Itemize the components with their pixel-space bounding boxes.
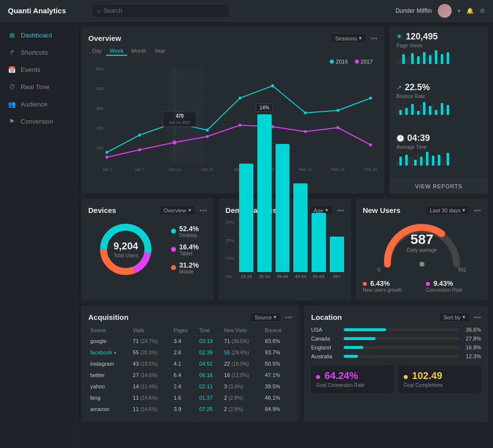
notifications-icon[interactable]: 🔔 [466, 7, 474, 14]
dropdown-arrow[interactable]: ▾ [114, 350, 116, 355]
topbar: Quanti Analytics ⌕ Dunder Mifflin ▾ 🔔 ⚙ [0, 0, 493, 22]
mini-bar [411, 104, 414, 115]
events-icon: 📅 [8, 66, 16, 73]
sidebar-item-dashboard[interactable]: ⊞ Dashboard [0, 27, 76, 44]
mini-bar [438, 107, 440, 115]
svg-point-20 [369, 97, 372, 100]
demo-menu-icon[interactable]: ••• [337, 207, 344, 214]
cell-bounce: 39.5% [263, 381, 292, 392]
loc-pct-label: 12.3% [463, 353, 481, 359]
gauge-center: 587 Daily average [407, 232, 437, 253]
legend-mobile: 31.2% Mobile [171, 261, 199, 275]
svg-point-26 [271, 125, 274, 128]
view-reports-button[interactable]: VIEW REPORTS [389, 179, 488, 194]
gcr-header: 64.24% [316, 370, 389, 381]
svg-text:Jan 7: Jan 7 [135, 167, 145, 172]
loc-menu-icon[interactable]: ••• [474, 313, 481, 321]
svg-point-16 [239, 97, 242, 100]
stat-pv-header: 👁 120,495 [396, 32, 481, 42]
cell-visits: 43 (18.5%) [131, 358, 172, 370]
search-input[interactable] [104, 7, 224, 14]
svg-text:Jan 14, 2017: Jan 14, 2017 [169, 120, 191, 125]
donut-legend: 52.4% Desktop 16.4% Tablet [171, 225, 199, 275]
sessions-dropdown[interactable]: Sessions ▾ [331, 34, 367, 43]
stat-br-header: ↗ 22.5% [396, 82, 481, 93]
svg-point-29 [369, 143, 372, 146]
acq-dropdown[interactable]: Source ▾ [250, 312, 281, 322]
mini-bar [435, 161, 437, 166]
table-row: facebook ▾55 (20.3%)2.602:3955 (29.4%)93… [88, 347, 292, 358]
svg-text:100: 100 [96, 145, 103, 150]
loc-dropdown[interactable]: Sort by ▾ [439, 312, 470, 322]
cell-pages: 2.4 [172, 381, 197, 392]
devices-menu-icon[interactable]: ••• [200, 207, 207, 214]
donut-value: 9,204 [113, 241, 138, 252]
sidebar-item-audience[interactable]: 👥 Audience [0, 96, 76, 113]
demo-bar-label: 25-34 [259, 274, 270, 279]
sidebar-item-events[interactable]: 📅 Events [0, 61, 76, 78]
svg-text:Jan 14: Jan 14 [168, 167, 181, 172]
gauge-value: 587 [407, 232, 437, 247]
svg-point-28 [337, 126, 340, 129]
mini-bar [447, 105, 449, 115]
loc-header: Location Sort by ▾ ••• [311, 312, 481, 322]
mini-bar [396, 107, 399, 115]
loc-title: Location [311, 313, 439, 321]
mini-bar [399, 157, 402, 166]
avatar[interactable] [438, 4, 452, 18]
nu-header: New Users Last 30 days ▾ ••• [363, 206, 481, 215]
stat-page-views: 👁 120,495 Page Views [389, 27, 488, 77]
devices-dropdown[interactable]: Overview ▾ [159, 206, 196, 215]
sidebar-item-conversion[interactable]: ⚑ Conversion [0, 113, 76, 130]
nu-label-0: New users growth [363, 287, 418, 293]
mini-bar [429, 158, 431, 166]
mobile-label: Mobile [179, 269, 199, 275]
nu-menu-icon[interactable]: ••• [474, 207, 481, 214]
cell-pages: 2.6 [172, 347, 197, 358]
app-body: ⊞ Dashboard ↱ Shortcuts 📅 Events ⏱ Real … [0, 22, 493, 448]
desktop-label: Desktop [179, 233, 199, 238]
nu-dropdown[interactable]: Last 30 days ▾ [425, 206, 470, 215]
mini-bar [417, 154, 420, 166]
bounce-icon: ↗ [396, 84, 402, 91]
cell-pages: 1.6 [172, 392, 197, 404]
app-logo: Quanti Analytics [8, 6, 82, 15]
tab-day[interactable]: Day [88, 47, 106, 56]
desktop-pct: 52.4% [179, 225, 199, 233]
nu-metric-1: 9.43% Conversion Rate [426, 279, 481, 293]
dropdown-arrow-icon[interactable]: ▾ [458, 7, 460, 14]
col-bounce: Bounce [263, 326, 292, 336]
tab-year[interactable]: Year [150, 47, 169, 56]
cell-time: 02:39 [197, 347, 222, 358]
tab-month[interactable]: Month [127, 47, 150, 56]
br-bar-chart [396, 101, 481, 115]
mini-bar [405, 57, 408, 64]
goal-completions-metric: 102.49 Goal Completions [399, 365, 482, 393]
sidebar-label-shortcuts: Shortcuts [21, 49, 48, 56]
acq-menu-icon[interactable]: ••• [285, 313, 292, 321]
source-link[interactable]: facebook [90, 349, 112, 355]
sidebar-item-shortcuts[interactable]: ↱ Shortcuts [0, 44, 76, 61]
mini-bar [396, 161, 399, 166]
svg-text:Jan 1: Jan 1 [102, 167, 112, 172]
cell-time: 06:16 [197, 370, 222, 381]
search-bar[interactable]: ⌕ [92, 4, 230, 18]
tab-week[interactable]: Week [106, 47, 128, 56]
loc-bar-bg [344, 328, 459, 331]
settings-icon[interactable]: ⚙ [480, 7, 485, 14]
cell-bounce: 84.9% [263, 404, 292, 415]
mini-bar [435, 110, 437, 115]
svg-point-21 [106, 156, 108, 159]
at-bar-chart [396, 152, 481, 166]
loc-bar-fill [344, 346, 363, 349]
stat-pv-label: Page Views [396, 43, 481, 48]
svg-point-15 [206, 129, 209, 132]
svg-text:600: 600 [96, 86, 103, 91]
svg-point-25 [239, 124, 242, 127]
overview-menu-icon[interactable]: ••• [370, 34, 378, 42]
sidebar-item-realtime[interactable]: ⏱ Real Time [0, 78, 76, 96]
col-pages: Pages [172, 326, 197, 336]
col-visits: Visits [131, 326, 172, 336]
cell-source: amazon [88, 404, 131, 415]
svg-text:Feb 11: Feb 11 [299, 167, 312, 172]
